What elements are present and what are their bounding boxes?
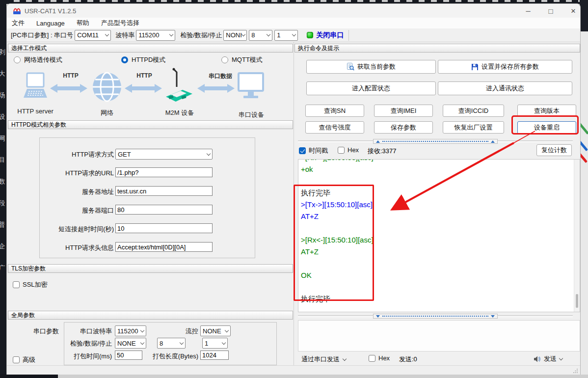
timestamp-checkbox[interactable]: 时间戳 xyxy=(299,146,328,155)
httpd-mode-diagram: HTTP server HTTP 网络 HTTP xyxy=(7,69,294,120)
send-textarea[interactable] xyxy=(298,320,580,351)
pack-length-input[interactable] xyxy=(200,351,229,360)
close-serial-button[interactable]: 关闭串口 xyxy=(316,31,344,40)
server-address-label: 服务器地址 xyxy=(41,188,114,196)
close-button[interactable]: ✕ xyxy=(563,4,581,18)
databits-select[interactable]: 8 xyxy=(249,30,272,41)
stopbits-select[interactable]: 1 xyxy=(274,30,298,41)
send-button[interactable]: 发送 xyxy=(534,353,562,365)
httpd-params-header: HTTPD模式相关参数 xyxy=(8,120,293,129)
send-count: 发送:0 xyxy=(399,355,417,364)
http-url-input[interactable] xyxy=(115,167,213,177)
server-address-input[interactable] xyxy=(115,186,213,196)
save-params-button[interactable]: 保存参数 xyxy=(374,121,433,134)
ssl-encrypt-checkbox[interactable]: SSL加密 xyxy=(13,280,48,289)
chevron-down-icon xyxy=(222,340,226,344)
global-stopbits-select[interactable]: 1 xyxy=(202,338,228,349)
checkbox-icon[interactable] xyxy=(13,281,20,288)
parity-value: NONI xyxy=(226,31,242,39)
screen: 剥 大 场 设 网 目 数 段 普 企 广 USR-CAT1 V1.2.5 ─ … xyxy=(0,0,588,378)
log-splitter-top[interactable] xyxy=(298,139,573,144)
mode-option-httpd[interactable]: HTTPD模式 xyxy=(121,55,165,64)
menu-help[interactable]: 帮助 xyxy=(77,19,89,27)
splitter-handle[interactable] xyxy=(373,139,498,144)
m2m-device-icon xyxy=(164,67,194,106)
chevron-down-icon xyxy=(180,340,184,344)
log-scrollbar[interactable] xyxy=(574,160,580,312)
server-port-input[interactable] xyxy=(115,205,213,215)
flow-control-value: NONE xyxy=(203,327,221,335)
get-params-button[interactable]: 获取当前参数 xyxy=(306,60,436,74)
mode-option-mqtt[interactable]: MQTT模式 xyxy=(221,55,263,64)
query-iccid-button[interactable]: 查询ICCID xyxy=(443,105,504,117)
diagram-link-label: 串口数据 xyxy=(203,72,238,81)
chevron-down-icon xyxy=(225,328,229,332)
timeout-input[interactable] xyxy=(115,223,213,233)
pc-serial-label: [PC串口参数] : 串口号 xyxy=(11,31,73,40)
global-parity-select[interactable]: NONE xyxy=(115,338,146,349)
http-header-input[interactable] xyxy=(115,242,213,252)
background-left-window: 剥 大 场 设 网 目 数 段 普 企 广 xyxy=(0,0,6,378)
flow-control-select[interactable]: NONE xyxy=(200,325,231,336)
query-sn-button[interactable]: 查询SN xyxy=(305,105,364,117)
chevron-down-icon xyxy=(292,32,296,36)
enter-config-button[interactable]: 进入配置状态 xyxy=(306,81,436,95)
radio-selected-icon[interactable] xyxy=(121,56,128,63)
advanced-checkbox[interactable]: 高级 xyxy=(13,355,35,364)
serial-toolbar: [PC串口参数] : 串口号 COM11 波特率 115200 检验/数据/停止… xyxy=(7,28,580,42)
menu-file[interactable]: 文件 xyxy=(12,19,25,27)
query-signal-button[interactable]: 查信号强度 xyxy=(305,121,364,134)
send-via-label: 通过串口发送 xyxy=(301,355,340,364)
receive-hex-checkbox[interactable]: Hex xyxy=(338,146,359,154)
radio-icon[interactable] xyxy=(14,56,21,63)
http-method-select[interactable]: GET xyxy=(115,149,213,160)
log-splitter-bottom[interactable] xyxy=(298,314,573,319)
global-databits-select[interactable]: 8 xyxy=(157,338,186,349)
set-save-params-button[interactable]: 设置并保存所有参数 xyxy=(438,60,572,74)
pack-time-input[interactable] xyxy=(115,351,142,360)
log-scrollbar-thumb[interactable] xyxy=(576,294,578,308)
enter-comm-button[interactable]: 进入通讯状态 xyxy=(438,81,572,95)
baud-value: 115200 xyxy=(138,31,159,39)
checkbox-icon[interactable] xyxy=(13,356,20,363)
query-sn-label: 查询SN xyxy=(324,107,346,115)
query-iccid-label: 查询ICCID xyxy=(458,107,488,115)
baud-select[interactable]: 115200 xyxy=(136,30,175,41)
parity-select[interactable]: NONI xyxy=(223,30,247,41)
query-imei-button[interactable]: 查询IMEI xyxy=(374,105,433,117)
splitter-handle[interactable] xyxy=(373,314,498,319)
menu-product-model[interactable]: 产品型号选择 xyxy=(101,19,139,27)
diagram-link-label: HTTP xyxy=(134,72,155,79)
mode-option-transparent[interactable]: 网络透传模式 xyxy=(14,55,62,64)
checkbox-checked-icon[interactable] xyxy=(299,147,306,154)
radio-icon[interactable] xyxy=(221,56,228,63)
send-via-dropdown[interactable]: 通过串口发送 xyxy=(301,355,346,364)
reset-count-button[interactable]: 复位计数 xyxy=(536,144,572,156)
triangle-up-icon xyxy=(376,140,380,143)
minimize-button[interactable]: ─ xyxy=(518,4,538,18)
enter-comm-label: 进入通讯状态 xyxy=(486,84,524,93)
mode-option-label: 网络透传模式 xyxy=(24,55,62,64)
factory-reset-label: 恢复出厂设置 xyxy=(454,123,493,132)
timestamp-label: 时间戳 xyxy=(309,146,328,155)
chevron-down-icon xyxy=(267,32,270,36)
send-button-label: 发送 xyxy=(544,354,557,363)
send-hex-checkbox[interactable]: Hex xyxy=(369,354,390,362)
double-arrow-icon xyxy=(125,83,162,94)
background-top-right-corner xyxy=(580,0,588,31)
menu-language[interactable]: Language xyxy=(36,20,65,27)
app-icon xyxy=(13,7,21,15)
global-baud-value: 115200 xyxy=(117,327,138,335)
global-baud-select[interactable]: 115200 xyxy=(115,325,146,336)
receive-hex-label: Hex xyxy=(347,146,359,154)
titlebar[interactable]: USR-CAT1 V1.2.5 ─ □ ✕ xyxy=(7,4,580,18)
parity-label: 检验/数据/停止 xyxy=(180,31,222,40)
resize-grip-icon[interactable] xyxy=(573,368,578,373)
com-port-select[interactable]: COM11 xyxy=(75,30,111,41)
factory-reset-button[interactable]: 恢复出厂设置 xyxy=(443,121,504,134)
checkbox-icon[interactable] xyxy=(369,355,375,362)
query-signal-label: 查信号强度 xyxy=(319,123,351,132)
global-databits-value: 8 xyxy=(160,340,163,347)
checkbox-icon[interactable] xyxy=(338,147,345,154)
maximize-button[interactable]: □ xyxy=(541,4,561,18)
